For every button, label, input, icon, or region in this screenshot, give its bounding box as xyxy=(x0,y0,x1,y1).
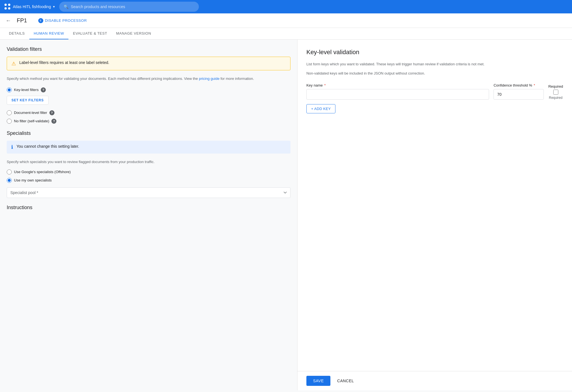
main-layout: Validation filters ⚠ Label-level filters… xyxy=(0,40,572,390)
confidence-label: Confidence threshold % * xyxy=(494,83,544,87)
chevron-down-icon[interactable]: ▾ xyxy=(53,5,55,9)
app-logo[interactable]: Atlas HITL fishfooding ▾ xyxy=(4,4,55,10)
disable-processor-label: DISABLE PROCESSOR xyxy=(45,18,87,23)
app-name: Atlas HITL fishfooding xyxy=(13,4,51,9)
key-form: Key name * Confidence threshold % * Requ… xyxy=(306,83,563,113)
panel-title: Key-level validation xyxy=(306,49,563,56)
radio-own-specialists[interactable]: Use my own specialists xyxy=(7,178,290,183)
specialist-pool-field: Specialist pool * xyxy=(7,187,290,198)
radio-google-offshore[interactable]: Use Google's specialists (Offshore) xyxy=(7,169,290,175)
validation-filters-title: Validation filters xyxy=(7,46,290,52)
tab-details[interactable]: DETAILS xyxy=(4,28,29,39)
radio-no-filter[interactable]: No filter (self-validate) ? xyxy=(7,119,290,124)
form-row: Key name * Confidence threshold % * Requ… xyxy=(306,83,563,100)
info-banner: ℹ You cannot change this setting later. xyxy=(7,141,290,154)
radio-google-offshore-label: Use Google's specialists (Offshore) xyxy=(14,170,71,174)
left-panel: Validation filters ⚠ Label-level filters… xyxy=(0,40,297,390)
save-button[interactable]: SAVE xyxy=(306,376,330,386)
other-radio-group: Document-level filter ? No filter (self-… xyxy=(7,110,290,124)
radio-own-specialists-label: Use my own specialists xyxy=(14,178,52,182)
key-level-help-icon[interactable]: ? xyxy=(41,87,46,92)
specialists-radio-group: Use Google's specialists (Offshore) Use … xyxy=(7,169,290,183)
tab-manage-version[interactable]: MANAGE VERSION xyxy=(112,28,156,39)
info-message: You cannot change this setting later. xyxy=(16,144,79,149)
radio-own-specialists-input[interactable] xyxy=(7,178,12,183)
info-icon: ℹ xyxy=(11,144,13,150)
required-checkbox[interactable] xyxy=(553,90,558,95)
tab-evaluate-test[interactable]: EVALUATE & TEST xyxy=(68,28,111,39)
validation-filters-section: Validation filters ⚠ Label-level filters… xyxy=(7,46,290,124)
right-panel: Key-level validation List form keys whic… xyxy=(297,40,572,390)
specialist-pool-wrapper: Specialist pool * xyxy=(7,187,290,198)
radio-no-filter-input[interactable] xyxy=(7,119,12,124)
search-bar[interactable]: 🔍 Search products and resources xyxy=(59,2,199,12)
back-button[interactable]: ← xyxy=(4,16,12,25)
confidence-required-asterisk: * xyxy=(533,83,535,87)
specialists-title: Specialists xyxy=(7,130,290,136)
panel-description-2: Non-validated keys will be included in t… xyxy=(306,71,563,77)
disable-icon: ⏸ xyxy=(38,18,43,23)
set-key-filters-button[interactable]: SET KEY FILTERS xyxy=(7,96,49,105)
key-name-group: Key name * xyxy=(306,83,489,100)
tab-bar: DETAILS HUMAN REVIEW EVALUATE & TEST MAN… xyxy=(0,28,572,40)
instructions-title: Instructions xyxy=(7,205,290,211)
no-filter-help-icon[interactable]: ? xyxy=(51,119,56,124)
instructions-section: Instructions xyxy=(7,205,290,211)
search-placeholder: Search products and resources xyxy=(71,4,125,9)
specialists-description: Specify which specialists you want to re… xyxy=(7,159,290,165)
specialist-pool-select[interactable]: Specialist pool * xyxy=(7,187,290,198)
radio-document-level-input[interactable] xyxy=(7,110,12,115)
logo-dots xyxy=(4,4,11,10)
validation-description: Specify which method you want for valida… xyxy=(7,76,290,82)
specialists-section: Specialists ℹ You cannot change this set… xyxy=(7,130,290,198)
top-navigation: Atlas HITL fishfooding ▾ 🔍 Search produc… xyxy=(0,0,572,13)
page-title: FP1 xyxy=(17,17,27,24)
cancel-button[interactable]: CANCEL xyxy=(333,376,358,386)
panel-description-1: List form keys which you want to validat… xyxy=(306,61,563,67)
document-level-help-icon[interactable]: ? xyxy=(49,110,54,115)
secondary-navigation: ← FP1 ⏸ DISABLE PROCESSOR xyxy=(0,13,572,28)
add-key-button[interactable]: + ADD KEY xyxy=(306,104,335,113)
radio-key-level-label: Key-level filters xyxy=(14,88,39,92)
pricing-guide-link[interactable]: pricing guide xyxy=(199,77,220,81)
warning-message: Label-level filters requires at least on… xyxy=(19,60,109,65)
radio-no-filter-label: No filter (self-validate) xyxy=(14,119,49,123)
key-name-input[interactable] xyxy=(306,89,489,100)
required-column-label: Required xyxy=(548,84,563,89)
disable-processor-button[interactable]: ⏸ DISABLE PROCESSOR xyxy=(38,18,87,23)
confidence-input[interactable] xyxy=(494,89,544,100)
key-name-required-asterisk: * xyxy=(323,83,326,87)
search-icon: 🔍 xyxy=(64,4,68,9)
key-name-label: Key name * xyxy=(306,83,489,87)
validation-radio-group: Key-level filters ? xyxy=(7,87,290,92)
radio-document-level[interactable]: Document-level filter ? xyxy=(7,110,290,115)
warning-icon: ⚠ xyxy=(11,61,16,67)
radio-document-level-label: Document-level filter xyxy=(14,111,47,115)
confidence-group: Confidence threshold % * xyxy=(494,83,544,100)
required-checkbox-label: Required xyxy=(549,96,563,100)
required-group: Required Required xyxy=(548,83,563,100)
radio-google-offshore-input[interactable] xyxy=(7,169,12,175)
panel-content: Key-level validation List form keys whic… xyxy=(297,40,572,371)
radio-key-level-input[interactable] xyxy=(7,87,12,92)
warning-banner: ⚠ Label-level filters requires at least … xyxy=(7,57,290,70)
tab-human-review[interactable]: HUMAN REVIEW xyxy=(29,28,69,39)
panel-footer: SAVE CANCEL xyxy=(297,371,572,390)
radio-key-level[interactable]: Key-level filters ? xyxy=(7,87,290,92)
